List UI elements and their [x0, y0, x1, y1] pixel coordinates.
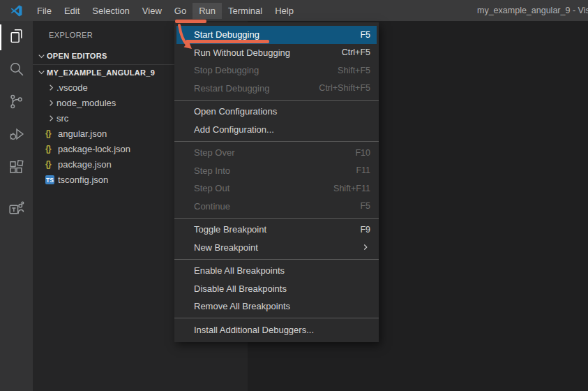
menubar-item-help[interactable]: Help [269, 3, 300, 19]
source-control-icon [8, 93, 25, 113]
menu-item-install-additional-debuggers[interactable]: Install Additional Debuggers... [174, 321, 379, 339]
activity-extensions[interactable] [0, 152, 33, 185]
menubar-item-go[interactable]: Go [168, 3, 193, 19]
menubar-item-file[interactable]: File [31, 3, 58, 19]
chevron-right-icon [45, 97, 56, 108]
menu-separator [174, 218, 379, 219]
menu-item-restart-debugging: Restart Debugging Ctrl+Shift+F5 [174, 80, 379, 98]
teams-icon [8, 200, 25, 221]
menu-item-run-without-debugging[interactable]: Run Without Debugging Ctrl+F5 [174, 44, 379, 62]
menu-separator [174, 141, 379, 142]
json-file-icon: {} [45, 128, 58, 138]
menubar-item-view[interactable]: View [136, 3, 168, 19]
menubar-item-selection[interactable]: Selection [86, 3, 135, 19]
menu-item-disable-all-breakpoints[interactable]: Disable All Breakpoints [174, 280, 379, 298]
files-icon [8, 27, 25, 47]
menu-item-step-out: Step Out Shift+F11 [174, 179, 379, 198]
chevron-down-icon [36, 67, 47, 78]
vscode-logo-icon [10, 5, 22, 17]
activity-bar [0, 21, 33, 391]
extensions-icon [8, 158, 25, 179]
menubar-item-run[interactable]: Run [193, 3, 222, 19]
run-debug-icon [8, 126, 25, 146]
menu-item-step-into: Step Into F11 [174, 162, 379, 180]
menu-item-stop-debugging: Stop Debugging Shift+F5 [174, 61, 379, 80]
activity-explorer[interactable] [0, 21, 33, 54]
activity-search[interactable] [0, 54, 33, 87]
typescript-file-icon: TS [45, 175, 58, 184]
menubar: FileEditSelectionViewGoRunTerminalHelp [31, 3, 300, 19]
menu-separator [174, 259, 379, 260]
activity-teams[interactable] [0, 194, 33, 227]
search-icon [8, 60, 25, 80]
section-label: OPEN EDITORS [47, 52, 107, 60]
chevron-right-icon [45, 82, 56, 93]
menu-item-step-over: Step Over F10 [174, 144, 379, 162]
json-file-icon: {} [45, 144, 58, 154]
run-menu-dropdown: Start Debugging F5 Run Without Debugging… [174, 22, 379, 342]
chevron-right-icon [45, 112, 56, 124]
menubar-item-terminal[interactable]: Terminal [222, 3, 269, 19]
chevron-down-icon [36, 50, 47, 61]
titlebar: FileEditSelectionViewGoRunTerminalHelp m… [0, 0, 588, 21]
activity-run-and-debug[interactable] [0, 119, 33, 152]
menu-separator [174, 318, 379, 318]
submenu-chevron-icon [361, 242, 370, 252]
menu-item-toggle-breakpoint[interactable]: Toggle Breakpoint F9 [174, 221, 379, 239]
menu-item-enable-all-breakpoints[interactable]: Enable All Breakpoints [174, 262, 379, 280]
menu-item-open-configurations[interactable]: Open Configurations [174, 103, 379, 121]
menu-item-remove-all-breakpoints[interactable]: Remove All Breakpoints [174, 297, 379, 316]
menu-item-new-breakpoint[interactable]: New Breakpoint [174, 239, 379, 257]
section-label: MY_EXAMPLE_ANGULAR_9 [47, 68, 155, 77]
menu-item-start-debugging[interactable]: Start Debugging F5 [176, 26, 377, 44]
menubar-item-edit[interactable]: Edit [58, 3, 86, 19]
menu-item-continue: Continue F5 [174, 198, 379, 216]
menu-item-add-configuration[interactable]: Add Configuration... [174, 121, 379, 139]
activity-source-control[interactable] [0, 87, 33, 119]
json-file-icon: {} [45, 159, 58, 169]
window-title: my_example_angular_9 - Visua [477, 6, 588, 15]
menu-separator [174, 100, 379, 101]
